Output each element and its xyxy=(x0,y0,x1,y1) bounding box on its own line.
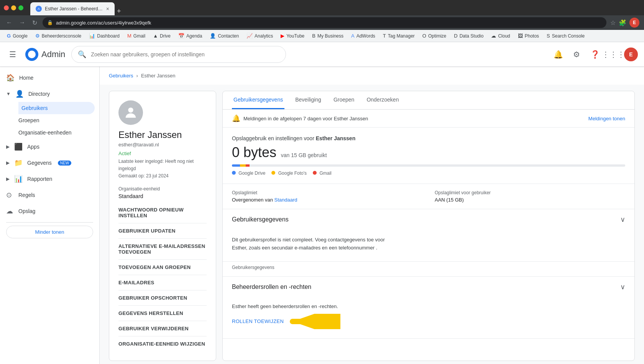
action-alternatieve-email[interactable]: ALTERNATIEVE E-MAILADRESSEN TOEVOEGEN xyxy=(118,238,207,259)
gebruikersgegevens-body: Dit gebruikersprofiel is niet compleet. … xyxy=(223,230,634,261)
sidebar-item-home[interactable]: 🏠 Home xyxy=(0,70,95,86)
minimize-window-button[interactable] xyxy=(11,5,16,10)
sidebar-section-directory[interactable]: ▼ 👤 Directory xyxy=(0,86,99,102)
sidebar-item-gebruikers[interactable]: Gebruikers xyxy=(18,102,95,114)
bookmark-cloud[interactable]: ☁ Cloud xyxy=(488,32,513,40)
bookmark-beheerdersconsole[interactable]: ⚙ Beheerdersconsole xyxy=(32,32,84,40)
sidebar-opslag-label: Opslag xyxy=(18,208,35,214)
bookmark-agenda[interactable]: 📅 Agenda xyxy=(175,32,205,40)
bookmark-adwords-label: AdWords xyxy=(356,33,375,39)
admin-logo-inner xyxy=(28,51,36,58)
tab-favicon: A xyxy=(36,6,42,12)
searchconsole-bookmark-icon: S xyxy=(547,33,550,39)
notification-text: Meldingen in de afgelopen 7 dagen voor E… xyxy=(243,116,368,121)
beheerdersrollen-arrow: ∨ xyxy=(620,283,625,291)
notifications-icon[interactable]: 🔔 xyxy=(550,47,566,62)
question-icon[interactable]: ❓ xyxy=(587,47,603,62)
opslaglimiet-gebruiker-col: Opslaglimiet voor gebruiker AAN (15 GB) xyxy=(435,190,625,203)
sidebar-groepen-label: Groepen xyxy=(18,117,39,123)
tab-gebruikersgegevens[interactable]: Gebruikersgegevens xyxy=(232,91,284,109)
action-herstellen[interactable]: GEGEVENS HERSTELLEN xyxy=(118,305,207,321)
sidebar-section-apps[interactable]: ▶ ⬛ Apps xyxy=(0,139,99,155)
sidebar-item-opslag[interactable]: ☁ Opslag xyxy=(0,203,95,219)
storage-section: Opslaggebruik en instellingen voor Esthe… xyxy=(223,128,634,184)
sidebar-item-groepen[interactable]: Groepen xyxy=(18,114,95,126)
tab-onderzoeken[interactable]: Onderzoeken xyxy=(365,91,400,109)
action-emailadres[interactable]: E-MAILADRES xyxy=(118,275,207,290)
extensions-icon[interactable]: 🧩 xyxy=(619,19,626,26)
top-nav-right: 🔔 ⚙ ❓ ⋮⋮⋮ E xyxy=(550,47,638,62)
action-gebruiker-updaten[interactable]: GEBRUIKER UPDATEN xyxy=(118,223,207,238)
bookmark-youtube[interactable]: ▶ YouTube xyxy=(278,32,307,40)
bookmark-gmail[interactable]: M Gmail xyxy=(124,32,148,40)
search-input[interactable] xyxy=(91,51,279,57)
search-box[interactable]: 🔍 xyxy=(71,46,286,63)
bookmark-drive[interactable]: ▲ Drive xyxy=(150,32,174,40)
profile-email: esther@taravati.nl xyxy=(118,142,207,148)
sidebar-section-rapporten[interactable]: ▶ 📊 Rapporten xyxy=(0,171,99,187)
bookmark-datastudio[interactable]: D Data Studio xyxy=(451,32,486,40)
close-window-button[interactable] xyxy=(4,5,9,10)
user-avatar[interactable]: E xyxy=(624,48,638,61)
sidebar-section-gegevens[interactable]: ▶ 📁 Gegevens NEW xyxy=(0,155,99,171)
gebruikersgegevens-header[interactable]: Gebruikersgegevens ∨ xyxy=(223,209,634,230)
url-box[interactable]: 🔒 admin.google.com/ac/users/4iylrwe3x9qe… xyxy=(43,17,606,28)
bookmark-mybusiness[interactable]: B My Business xyxy=(309,32,347,40)
bookmark-google[interactable]: G Google xyxy=(4,32,31,40)
breadcrumb-current: Esther Janssen xyxy=(141,73,176,79)
action-opschorten[interactable]: GEBRUIKER OPSCHORTEN xyxy=(118,290,207,305)
bookmark-photos-label: Photos xyxy=(525,33,539,39)
maximize-window-button[interactable] xyxy=(18,5,23,10)
bookmark-photos[interactable]: 🖼 Photos xyxy=(515,32,542,40)
bookmark-star-icon[interactable]: ☆ xyxy=(610,19,616,26)
home-icon: 🏠 xyxy=(6,74,15,82)
help-search-icon[interactable]: ⚙ xyxy=(569,47,584,62)
storage-bar-gmail xyxy=(246,164,250,167)
action-verwijderen[interactable]: GEBRUIKER VERWIJDEREN xyxy=(118,321,207,336)
legend-drive-dot xyxy=(232,171,236,175)
storage-info-row: Opslaglimiet Overgenomen van Standaard O… xyxy=(223,184,634,209)
beheerdersrollen-header[interactable]: Beheerdersrollen en -rechten ∨ xyxy=(223,277,634,297)
bookmark-contacten[interactable]: 👤 Contacten xyxy=(207,32,242,40)
legend-photos: Google Foto's xyxy=(271,171,307,176)
bookmark-optimize[interactable]: O Optimize xyxy=(419,32,449,40)
notification-link[interactable]: Meldingen tonen xyxy=(588,116,625,121)
bookmark-adwords[interactable]: A AdWords xyxy=(348,32,378,40)
profile-org-label: Organisatie-eenheid xyxy=(118,186,207,192)
beheerders-bookmark-icon: ⚙ xyxy=(35,33,40,39)
profile-last-login: Laatste keer ingelogd: Heeft nog niet in… xyxy=(118,158,207,172)
bookmark-cloud-label: Cloud xyxy=(498,33,510,39)
sidebar-item-regels[interactable]: ⊙ Regels xyxy=(0,187,95,203)
sidebar-item-org[interactable]: Organisatie-eenheden xyxy=(18,126,95,139)
gebruikersgegevens-section: Gebruikersgegevens ∨ Dit gebruikersprofi… xyxy=(223,209,634,277)
new-tab-button[interactable]: + xyxy=(117,7,121,15)
legend-photos-label: Google Foto's xyxy=(278,171,307,176)
action-groepen[interactable]: TOEVOEGEN AAN GROEPEN xyxy=(118,259,207,275)
tab-beveiliging[interactable]: Beveiliging xyxy=(294,91,323,109)
rollen-toewijzen-link[interactable]: ROLLEN TOEWIJZEN xyxy=(232,318,284,324)
bookmark-analytics[interactable]: 📈 Analytics xyxy=(243,32,276,40)
action-org-wijzigen[interactable]: ORGANISATIE-EENHEID WIJZIGEN xyxy=(118,336,207,351)
admin-logo-circle xyxy=(25,48,38,61)
bookmark-datastudio-label: Data Studio xyxy=(460,33,484,39)
beheerdersrollen-title: Beheerdersrollen en -rechten xyxy=(232,284,311,290)
bookmark-tagmanager[interactable]: T Tag Manager xyxy=(380,32,418,40)
back-button[interactable]: ← xyxy=(5,18,14,28)
breadcrumb-parent[interactable]: Gebruikers xyxy=(109,73,133,79)
tab-close-button[interactable]: × xyxy=(106,6,109,12)
hamburger-menu[interactable]: ☰ xyxy=(6,47,19,62)
browser-user-avatar[interactable]: E xyxy=(629,18,639,28)
forward-button[interactable]: → xyxy=(18,18,27,28)
arrow-annotation: ROLLEN TOEWIJZEN xyxy=(232,314,625,329)
standaard-link[interactable]: Standaard xyxy=(274,197,297,203)
yellow-arrow-annotation xyxy=(287,314,340,329)
refresh-button[interactable]: ↻ xyxy=(31,18,39,28)
profile-avatar xyxy=(118,100,143,125)
tab-groepen[interactable]: Groepen xyxy=(332,91,356,109)
grid-apps-icon[interactable]: ⋮⋮⋮ xyxy=(606,47,621,62)
bookmark-searchconsole[interactable]: S Search Console xyxy=(544,32,588,40)
show-less-button[interactable]: Minder tonen xyxy=(6,226,93,238)
bookmark-dashboard[interactable]: 📊 Dashboard xyxy=(86,32,123,40)
active-tab[interactable]: A Esther Janssen - Beheerder... × xyxy=(30,2,115,15)
action-wachtwoord[interactable]: WACHTWOORD OPNIEUW INSTELLEN xyxy=(118,207,207,223)
